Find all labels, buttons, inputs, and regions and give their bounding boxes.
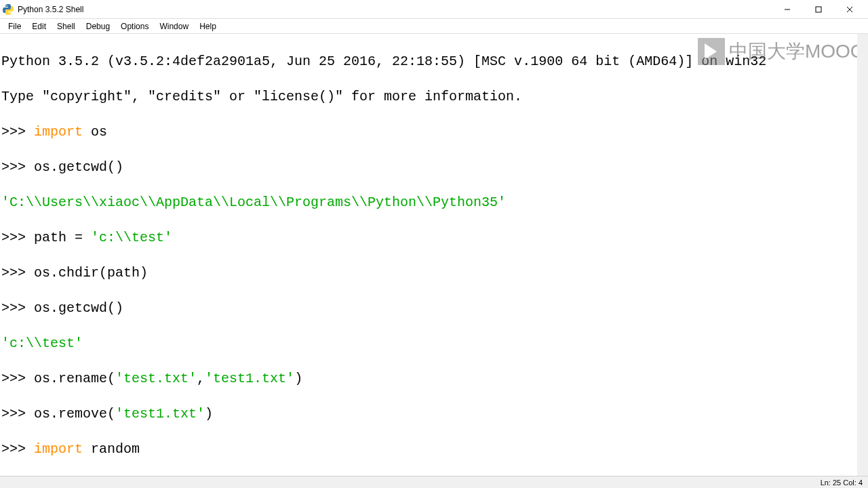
statusbar: Ln: 25 Col: 4 bbox=[0, 476, 868, 488]
banner-line: Type "copyright", "credits" or "license(… bbox=[1, 88, 867, 106]
minimize-button[interactable] bbox=[772, 0, 803, 19]
code-line: >>> os.remove('test1.txt') bbox=[1, 405, 867, 423]
scrollbar[interactable] bbox=[857, 34, 868, 476]
code-line: >>> os.chdir(path) bbox=[1, 264, 867, 282]
code-line: >>> os.getcwd() bbox=[1, 300, 867, 317]
cursor-position: Ln: 25 Col: 4 bbox=[821, 479, 863, 487]
code-line: >>> import random bbox=[1, 441, 867, 458]
titlebar: Python 3.5.2 Shell bbox=[0, 0, 868, 19]
menu-options[interactable]: Options bbox=[115, 20, 154, 33]
svg-point-0 bbox=[6, 5, 7, 6]
window-controls bbox=[772, 0, 865, 19]
menu-shell[interactable]: Shell bbox=[52, 20, 81, 33]
watermark: 中国大学MOOC bbox=[698, 38, 864, 65]
watermark-text: 中国大学MOOC bbox=[729, 43, 864, 60]
svg-rect-3 bbox=[816, 7, 821, 12]
play-icon bbox=[698, 38, 725, 65]
output-line: 'c:\\test' bbox=[1, 335, 867, 352]
code-line: >>> import os bbox=[1, 123, 867, 141]
code-line: >>> os.getcwd() bbox=[1, 159, 867, 176]
close-button[interactable] bbox=[834, 0, 865, 19]
maximize-button[interactable] bbox=[803, 0, 834, 19]
menubar: File Edit Shell Debug Options Window Hel… bbox=[0, 19, 868, 34]
output-line: 'C:\\Users\\xiaoc\\AppData\\Local\\Progr… bbox=[1, 194, 867, 211]
menu-window[interactable]: Window bbox=[154, 20, 194, 33]
menu-edit[interactable]: Edit bbox=[26, 20, 52, 33]
code-line: >>> os.rename('test.txt','test1.txt') bbox=[1, 370, 867, 388]
python-icon bbox=[3, 4, 14, 15]
svg-point-1 bbox=[9, 13, 10, 14]
window-title: Python 3.5.2 Shell bbox=[18, 5, 772, 14]
menu-help[interactable]: Help bbox=[194, 20, 222, 33]
code-line: >>> path = 'c:\\test' bbox=[1, 229, 867, 247]
menu-file[interactable]: File bbox=[3, 20, 26, 33]
shell-text-area[interactable]: Python 3.5.2 (v3.5.2:4def2a2901a5, Jun 2… bbox=[0, 34, 868, 476]
menu-debug[interactable]: Debug bbox=[81, 20, 115, 33]
